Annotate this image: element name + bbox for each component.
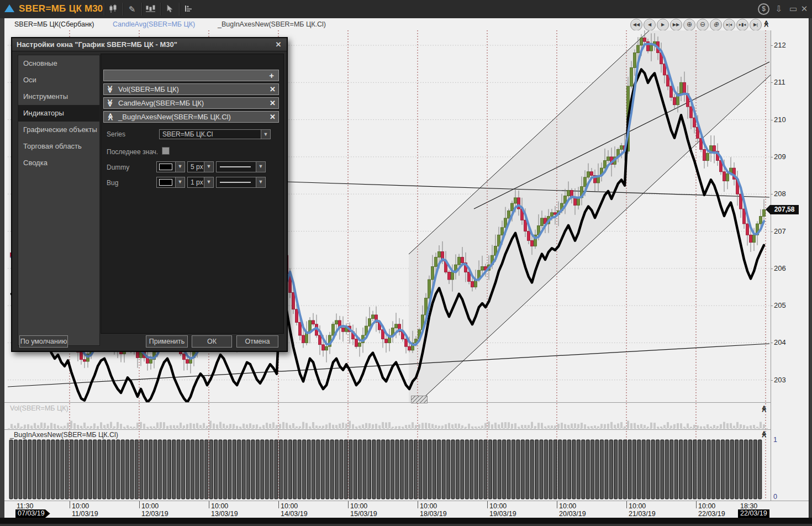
price-tick-label: 210 (774, 115, 786, 124)
scroll-fast-right-button[interactable]: ▶▶ (670, 19, 682, 31)
collapse-vol-pane-icon[interactable]: ≫ (760, 405, 768, 413)
chevron-down-icon[interactable]: ▼ (175, 162, 184, 172)
chevron-down-icon[interactable]: ▼ (175, 177, 184, 187)
time-label: 10:00 (629, 502, 646, 510)
dialog-close-button[interactable]: ✕ (273, 40, 283, 50)
series-dropdown[interactable]: SBER=МБ ЦК.Cl▼ (159, 129, 271, 139)
date-tag: 22/03/19 (738, 509, 769, 518)
bug-width-dropdown[interactable]: 1 px▼ (187, 177, 214, 188)
scroll-right-button[interactable]: ▶ (657, 19, 669, 31)
price-tick-label: 212 (774, 41, 786, 49)
draw-pencil-icon[interactable]: ✎ (125, 2, 139, 16)
zoom-in-button[interactable]: ⊕ (683, 19, 695, 31)
time-label: 10:00 (698, 502, 715, 510)
money-icon[interactable]: $ (758, 3, 769, 15)
window-frame-bottom-edge (0, 524, 812, 526)
price-tick-mark (771, 45, 773, 46)
pane-splitter[interactable] (4, 402, 771, 403)
trades-tool-icon[interactable] (144, 2, 158, 16)
chevron-down-icon[interactable]: ▼ (261, 130, 270, 139)
ok-button[interactable]: ОК (192, 335, 232, 348)
scroll-fast-left-button[interactable]: ◀◀ (630, 19, 642, 31)
window-symbol: SBER=МБ ЦК (19, 3, 82, 14)
date-label: 13/03/19 (211, 510, 238, 518)
apply-button[interactable]: Применить (146, 335, 188, 348)
pane-splitter-grip[interactable] (411, 396, 428, 403)
chevron-up-icon[interactable]: ≫ (107, 112, 114, 122)
indicator-row[interactable]: ≫CandleAvg(SBER=МБ ЦК)✕ (103, 97, 279, 109)
go-to-end-button[interactable]: ▶| (750, 19, 762, 31)
chevron-down-icon[interactable]: ▼ (256, 177, 265, 187)
time-label: 10:00 (281, 502, 298, 510)
dummy-style-dropdown[interactable]: ▼ (216, 161, 266, 172)
window-frame-bottom (0, 518, 812, 524)
price-tick-label: 206 (774, 264, 786, 272)
settings-dialog[interactable]: Настройки окна "График SBER=МБ ЦК - М30"… (11, 37, 288, 352)
zoom-window-button[interactable]: ⊕ (710, 19, 722, 31)
price-tick-mark (771, 194, 773, 194)
close-window-button[interactable]: ✕ (798, 2, 811, 15)
remove-indicator-icon[interactable]: ✕ (270, 98, 276, 108)
price-tick-label: 211 (774, 78, 785, 86)
scroll-left-button[interactable]: ◀ (644, 19, 656, 31)
time-label: 10:00 (420, 502, 437, 510)
indicator-row-label: CandleAvg(SBER=МБ ЦК) (118, 98, 204, 108)
tab-4[interactable]: Индикаторы (18, 105, 99, 122)
collapse-bug-pane-icon[interactable]: ≫ (760, 430, 768, 438)
dialog-title[interactable]: Настройки окна "График SBER=МБ ЦК - М30" (12, 38, 287, 51)
download-icon[interactable]: ⇩ (772, 2, 785, 15)
bug-color-dropdown[interactable]: ▼ (156, 177, 185, 188)
time-label: 10:00 (72, 502, 89, 510)
tab-2[interactable]: Оси (18, 72, 99, 88)
indicator-row-label: _BugInAxesNew(SBER=МБ ЦК.Cl) (118, 112, 231, 122)
date-tag: 07/03/19 (15, 509, 50, 518)
chevron-down-icon[interactable]: ≫ (107, 98, 114, 108)
collapse-main-pane-icon[interactable]: ≫ (763, 20, 770, 28)
remove-indicator-icon[interactable]: ✕ (270, 84, 276, 94)
chevron-down-icon[interactable]: ▼ (204, 177, 213, 187)
legend-item[interactable]: SBER=МБ ЦК(Сбербанк) (14, 20, 94, 28)
default-button[interactable]: По умолчанию (19, 335, 68, 348)
time-tick-mark (626, 501, 627, 508)
tab-3[interactable]: Инструменты (18, 88, 99, 105)
chart-style-icon[interactable] (106, 2, 120, 16)
tab-7[interactable]: Сводка (18, 155, 99, 171)
remove-indicator-icon[interactable]: ✕ (270, 112, 276, 122)
time-label: 10:00 (350, 502, 367, 510)
title-bar[interactable]: SBER=МБ ЦК М30 ✎ $ ⇩ ▭ ✕ (0, 0, 812, 19)
time-axis[interactable]: 11:3007/03/1910:0011/03/1910:0012/03/191… (4, 501, 809, 518)
bug-style-dropdown[interactable]: ▼ (216, 177, 266, 188)
chevron-down-icon[interactable]: ≫ (107, 84, 114, 94)
price-tick-mark (771, 306, 773, 306)
tab-1[interactable]: Основные (18, 55, 99, 72)
toolbar-separator (104, 3, 105, 15)
indicator-row[interactable]: ≫Vol(SBER=МБ ЦК)✕ (103, 83, 279, 95)
levels-icon[interactable] (181, 2, 196, 16)
legend-item[interactable]: CandleAvg(SBER=МБ ЦК) (113, 20, 195, 28)
zoom-out-button[interactable]: ⊖ (697, 19, 709, 31)
add-indicator-icon[interactable]: + (269, 70, 274, 81)
price-tick-label: 203 (774, 376, 786, 384)
dummy-width-dropdown[interactable]: 5 px▼ (187, 161, 214, 172)
last-price-tag: 207,58 (770, 205, 799, 214)
chevron-down-icon[interactable]: ▼ (204, 162, 213, 172)
series-label: Series (107, 130, 125, 138)
price-tick-mark (771, 343, 773, 343)
cursor-icon[interactable] (162, 2, 177, 16)
pane-splitter[interactable] (4, 429, 771, 430)
tab-6[interactable]: Торговая область (18, 138, 99, 155)
color-swatch (159, 164, 172, 170)
indicator-row[interactable]: ≫_BugInAxesNew(SBER=МБ ЦК.Cl)✕ (103, 111, 279, 123)
cancel-button[interactable]: Отмена (236, 335, 278, 348)
last-value-checkbox[interactable] (162, 147, 170, 155)
date-label: 20/03/19 (559, 510, 586, 518)
add-indicator-row[interactable]: + (103, 70, 279, 81)
tab-5[interactable]: Графические объекты (18, 122, 99, 138)
legend-item[interactable]: _BugInAxesNew(SBER=МБ ЦК.Cl) (218, 20, 326, 28)
app-logo-icon (4, 4, 14, 12)
fit-horizontal-button[interactable]: ▸|◂ (723, 19, 735, 31)
chevron-down-icon[interactable]: ▼ (256, 162, 265, 172)
dummy-color-dropdown[interactable]: ▼ (156, 161, 185, 172)
fit-candles-button[interactable]: ▸▮◂ (736, 19, 748, 31)
toolbar-separator (141, 3, 143, 15)
